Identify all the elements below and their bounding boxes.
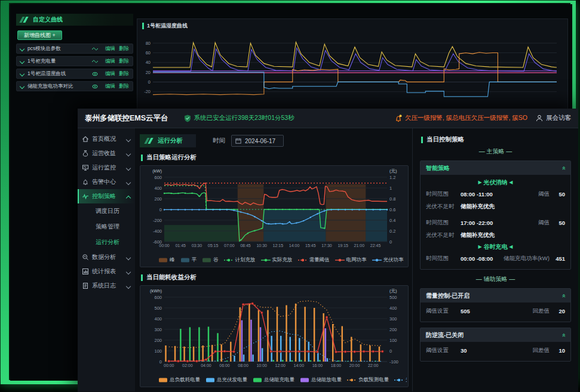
svg-text:21:00: 21:00 — [354, 243, 365, 248]
svg-text:40: 40 — [146, 60, 151, 65]
delete-button[interactable]: 删除 — [119, 58, 129, 65]
svg-text:500: 500 — [389, 295, 397, 300]
curve-list-item[interactable]: 1号柜温湿度曲线 编辑 删除 — [16, 69, 133, 79]
legend-item[interactable]: 实际充放 — [261, 257, 293, 264]
legend-item[interactable]: 光伏预 — [394, 376, 407, 384]
delete-button[interactable]: 删除 — [119, 83, 129, 90]
svg-text:08:00: 08:00 — [238, 363, 248, 368]
sidebar-item-system-log[interactable]: 系统日志 — [78, 279, 135, 293]
chevron-down-icon[interactable] — [20, 59, 24, 63]
eye-icon[interactable] — [92, 84, 98, 89]
legend-item[interactable]: 计划充放 — [224, 257, 256, 264]
svg-text:10:00: 10:00 — [256, 363, 267, 368]
svg-text:(kWh): (kWh) — [150, 288, 162, 294]
shield-icon — [184, 115, 191, 122]
delete-button[interactable]: 删除 — [119, 45, 129, 53]
sidebar-item-home[interactable]: 首页概况 — [78, 132, 135, 146]
svg-text:07:00: 07:00 — [224, 243, 235, 248]
user-menu[interactable]: 展会访客 — [536, 114, 571, 122]
svg-text:(元): (元) — [389, 168, 397, 174]
sidebar-item-data-analysis[interactable]: 数据分析 — [78, 250, 135, 264]
title-accent-bar — [142, 23, 144, 29]
sidebar-subitem-run-analysis[interactable]: 运行分析 — [78, 234, 135, 250]
screen: 自定义曲线 新增曲线图 + pcs模块总参数 编辑 删除 1号柜充电量 编辑 删… — [0, 0, 580, 392]
legend-swatch-icon — [202, 258, 211, 263]
legend-item[interactable]: 峰 — [158, 257, 175, 264]
legend-item[interactable]: 电网功率 — [335, 257, 367, 264]
svg-text:12:15: 12:15 — [273, 243, 284, 248]
alarm-ticker[interactable]: 欠压一级报警, 簇总电压欠压一级报警, 簇SO — [394, 114, 527, 122]
legend-swatch-icon — [335, 258, 345, 263]
curve-list-item[interactable]: 储能充放电功率对比 编辑 删除 — [16, 81, 133, 91]
time-label: 时间 — [213, 137, 225, 145]
sidebar-item-alarm[interactable]: 告警中心 — [78, 175, 135, 189]
svg-text:80: 80 — [146, 41, 151, 46]
svg-text:04:00: 04:00 — [201, 363, 211, 368]
collapse-icon[interactable]: » — [560, 333, 566, 337]
svg-text:200: 200 — [389, 327, 397, 332]
sidebar-item-revenue[interactable]: 运营收益 — [78, 146, 135, 160]
main-content: 运行分析 时间 2024-06-17 当日策略运行分析 6004002000-2… — [135, 128, 412, 391]
legend-label: 谷 — [213, 257, 219, 264]
chevron-down-icon — [127, 152, 131, 156]
sidebar-subitem-strategy-management[interactable]: 策略管理 — [78, 219, 135, 234]
chevron-down-icon[interactable] — [20, 47, 24, 51]
legend-item[interactable]: 总负载耗电量 — [158, 376, 200, 384]
add-curve-button[interactable]: 新增曲线图 + — [17, 30, 62, 40]
legend-swatch-icon — [180, 258, 190, 263]
legend-item[interactable]: 平 — [180, 257, 197, 264]
legend-item[interactable]: 需量阈值 — [298, 257, 330, 264]
svg-text:18:00: 18:00 — [331, 363, 342, 368]
delete-button[interactable]: 删除 — [119, 70, 129, 78]
demand-control-card: 需量控制-已开启 » 阈值设置 505 回差值 20 — [420, 288, 571, 322]
collapse-icon[interactable]: » — [560, 294, 566, 297]
svg-text:14:00: 14:00 — [294, 363, 305, 368]
svg-text:400: 400 — [154, 186, 162, 191]
curve-list-item[interactable]: pcs模块总参数 编辑 删除 — [16, 44, 133, 54]
svg-text:(元): (元) — [389, 288, 397, 294]
chevron-down-icon[interactable] — [20, 84, 24, 88]
date-picker[interactable]: 2024-06-17 — [231, 135, 284, 147]
legend-item[interactable]: 光伏功率 — [372, 257, 404, 264]
legend-item[interactable]: 谷 — [202, 257, 219, 264]
svg-text:-400: -400 — [153, 229, 162, 234]
svg-text:20: 20 — [146, 70, 151, 75]
svg-text:00:00: 00:00 — [164, 363, 174, 368]
svg-text:600: 600 — [154, 295, 162, 300]
curve-list-item[interactable]: 1号柜充电量 编辑 删除 — [16, 56, 133, 66]
legend-item[interactable]: 总光伏发电量 — [205, 376, 247, 384]
legend-label: 总光伏发电量 — [217, 376, 247, 384]
legend-label: 平 — [192, 257, 197, 264]
collapse-icon[interactable]: » — [560, 166, 566, 169]
tab-run-analysis[interactable]: 运行分析 — [140, 134, 196, 147]
svg-text:-200: -200 — [153, 218, 162, 223]
bar-chart-icon — [82, 268, 89, 275]
temperature-humidity-chart-panel: 1号柜温湿度曲线 806040200-20 — [137, 18, 568, 112]
sidebar-subitem-dispatch-calendar[interactable]: 调度日历 — [78, 203, 135, 219]
edit-button[interactable]: 编辑 — [105, 70, 115, 78]
sidebar-item-control-strategy[interactable]: 控制策略 — [78, 189, 135, 203]
chevron-down-icon[interactable] — [20, 72, 24, 76]
edit-button[interactable]: 编辑 — [105, 58, 115, 65]
svg-text:60: 60 — [146, 50, 151, 55]
chevron-down-icon — [127, 255, 131, 260]
legend-item[interactable]: 负载预测电量 — [347, 376, 389, 384]
alarm-bell-icon[interactable] — [394, 114, 403, 122]
svg-text:14:00: 14:00 — [289, 243, 300, 248]
sidebar-item-monitor[interactable]: 运行监控 — [78, 160, 135, 175]
eye-icon[interactable] — [92, 72, 98, 76]
edit-button[interactable]: 编辑 — [105, 83, 115, 90]
sidebar-item-reports[interactable]: 统计报表 — [78, 264, 135, 279]
legend-label: 需量阈值 — [309, 257, 330, 264]
svg-text:1.2: 1.2 — [389, 175, 395, 180]
user-icon — [536, 115, 543, 122]
legend-item[interactable]: 总储能放电量 — [300, 376, 342, 384]
edit-button[interactable]: 编辑 — [105, 45, 115, 53]
svg-text:16:00: 16:00 — [312, 363, 323, 368]
strategy-run-chart: 6004002000-200-400-6001.210.80.60.40.20(… — [142, 168, 407, 252]
slash-decoration-icon — [20, 17, 29, 23]
app-title: 泰州多储联控EMS云平台 — [85, 113, 168, 124]
backflow-threshold-row: 阈值设置 30 回差值 10 — [426, 344, 565, 357]
legend-item[interactable]: 总储能充电量 — [253, 376, 294, 384]
aux-strategy-group-label: — 辅助策略 — — [420, 275, 571, 285]
